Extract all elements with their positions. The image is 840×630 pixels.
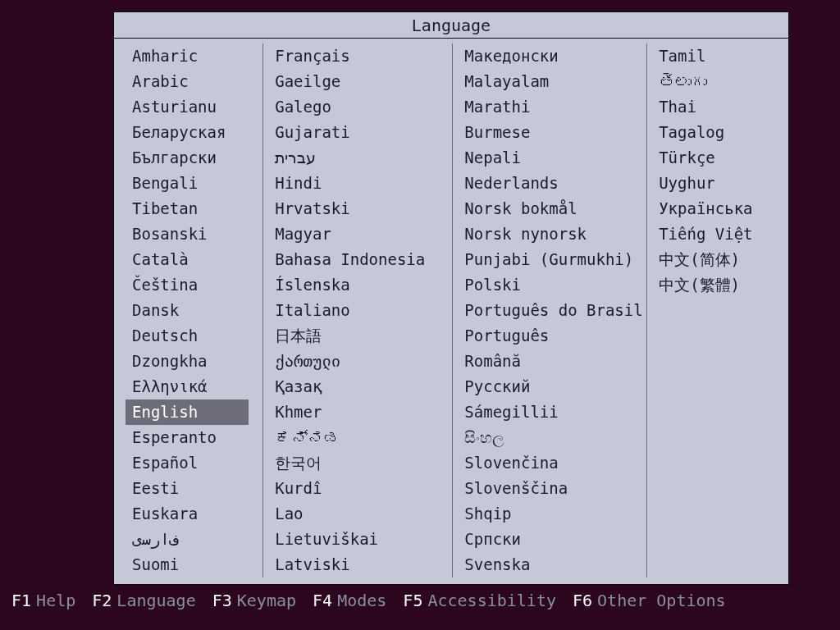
language-option[interactable]: Dzongkha: [129, 349, 262, 374]
language-option[interactable]: Hindi: [272, 171, 452, 196]
language-option[interactable]: ქართული: [272, 349, 452, 374]
language-option[interactable]: עברית: [272, 145, 452, 171]
fkey-f6[interactable]: F6Other Options: [573, 591, 726, 610]
function-key-bar: F1HelpF2LanguageF3KeymapF4ModesF5Accessi…: [11, 591, 829, 610]
language-option[interactable]: Tamil: [655, 43, 780, 69]
language-option[interactable]: Lao: [272, 501, 452, 527]
language-option[interactable]: ﻑﺍﺭﺳی: [129, 527, 262, 552]
language-option[interactable]: Suomi: [129, 552, 262, 578]
language-option[interactable]: Русский: [461, 374, 646, 399]
language-option[interactable]: Uyghur: [655, 171, 780, 196]
fkey-label: Other Options: [597, 591, 726, 610]
language-option[interactable]: Bengali: [129, 171, 262, 196]
language-column-2: FrançaisGaeilgeGalegoGujaratiעבריתHindiH…: [263, 43, 453, 578]
language-option[interactable]: Kurdî: [272, 476, 452, 501]
fkey-key: F6: [573, 591, 592, 610]
language-option[interactable]: Bahasa Indonesia: [272, 247, 452, 272]
language-option[interactable]: Malayalam: [461, 69, 646, 94]
language-option[interactable]: Français: [272, 43, 452, 69]
language-option[interactable]: Íslenska: [272, 272, 452, 298]
language-option[interactable]: Polski: [461, 272, 646, 298]
language-option[interactable]: 日本語: [272, 323, 452, 349]
language-option[interactable]: Gujarati: [272, 120, 452, 145]
language-option[interactable]: Tagalog: [655, 120, 780, 145]
language-option[interactable]: Српски: [461, 527, 646, 552]
language-option[interactable]: Burmese: [461, 120, 646, 145]
fkey-f3[interactable]: F3Keymap: [212, 591, 296, 610]
language-column-3: МакедонскиMalayalamMarathiBurmeseNepaliN…: [453, 43, 647, 578]
language-option[interactable]: Sámegillii: [461, 399, 646, 425]
fkey-label: Help: [36, 591, 75, 610]
fkey-f1[interactable]: F1Help: [11, 591, 75, 610]
fkey-f4[interactable]: F4Modes: [313, 591, 386, 610]
language-option[interactable]: Tiếng Việt: [655, 221, 780, 247]
language-option[interactable]: සිංහල: [461, 425, 646, 450]
language-option[interactable]: Euskara: [129, 501, 262, 527]
language-option[interactable]: Latviski: [272, 552, 452, 578]
language-option[interactable]: Nederlands: [461, 171, 646, 196]
fkey-label: Modes: [337, 591, 386, 610]
language-column-4: TamilతెలుగుThaiTagalogTürkçeUyghurУкраїн…: [647, 43, 780, 298]
language-option[interactable]: Esperanto: [129, 425, 262, 450]
language-option[interactable]: Беларуская: [129, 120, 262, 145]
language-option[interactable]: Khmer: [272, 399, 452, 425]
fkey-key: F2: [92, 591, 112, 610]
language-option[interactable]: Hrvatski: [272, 196, 452, 221]
language-option[interactable]: Català: [129, 247, 262, 272]
fkey-key: F1: [11, 591, 31, 610]
language-option[interactable]: Deutsch: [129, 323, 262, 349]
language-option[interactable]: Română: [461, 349, 646, 374]
language-option[interactable]: Български: [129, 145, 262, 171]
language-option[interactable]: 中文(简体): [655, 247, 780, 272]
language-option[interactable]: Italiano: [272, 298, 452, 323]
fkey-key: F3: [212, 591, 232, 610]
fkey-label: Accessibility: [427, 591, 556, 610]
language-option[interactable]: Slovenščina: [461, 476, 646, 501]
fkey-key: F4: [313, 591, 332, 610]
language-option[interactable]: Dansk: [129, 298, 262, 323]
language-option[interactable]: Arabic: [129, 69, 262, 94]
fkey-f2[interactable]: F2Language: [92, 591, 195, 610]
fkey-label: Language: [116, 591, 195, 610]
language-option[interactable]: Português: [461, 323, 646, 349]
language-option[interactable]: Türkçe: [655, 145, 780, 171]
language-option[interactable]: Bosanski: [129, 221, 262, 247]
fkey-key: F5: [403, 591, 422, 610]
language-option[interactable]: Eesti: [129, 476, 262, 501]
language-option[interactable]: Čeština: [129, 272, 262, 298]
language-option[interactable]: Thai: [655, 94, 780, 120]
language-option[interactable]: Қазақ: [272, 374, 452, 399]
language-option[interactable]: English: [126, 399, 249, 425]
language-option[interactable]: Marathi: [461, 94, 646, 120]
language-option[interactable]: Português do Brasil: [461, 298, 646, 323]
language-option[interactable]: Shqip: [461, 501, 646, 527]
language-option[interactable]: Amharic: [129, 43, 262, 69]
language-option[interactable]: 中文(繁體): [655, 272, 780, 298]
language-option[interactable]: Galego: [272, 94, 452, 120]
language-option[interactable]: Українська: [655, 196, 780, 221]
language-option[interactable]: Asturianu: [129, 94, 262, 120]
language-option[interactable]: 한국어: [272, 450, 452, 476]
language-option[interactable]: Svenska: [461, 552, 646, 578]
language-option[interactable]: Lietuviškai: [272, 527, 452, 552]
language-option[interactable]: Nepali: [461, 145, 646, 171]
language-columns: AmharicArabicAsturianuБеларускаяБългарск…: [114, 39, 788, 584]
language-option[interactable]: Magyar: [272, 221, 452, 247]
language-option[interactable]: Norsk nynorsk: [461, 221, 646, 247]
language-option[interactable]: Македонски: [461, 43, 646, 69]
language-option[interactable]: ಕನ್ನಡ: [272, 425, 452, 450]
language-option[interactable]: Punjabi (Gurmukhi): [461, 247, 646, 272]
language-option[interactable]: Gaeilge: [272, 69, 452, 94]
language-option[interactable]: Ελληνικά: [129, 374, 262, 399]
language-option[interactable]: తెలుగు: [655, 69, 780, 94]
language-selection-panel: Language AmharicArabicAsturianuБеларуска…: [113, 11, 789, 585]
language-option[interactable]: Tibetan: [129, 196, 262, 221]
fkey-f5[interactable]: F5Accessibility: [403, 591, 556, 610]
language-option[interactable]: Español: [129, 450, 262, 476]
panel-title: Language: [114, 12, 788, 39]
language-option[interactable]: Slovenčina: [461, 450, 646, 476]
language-column-1: AmharicArabicAsturianuБеларускаяБългарск…: [129, 43, 263, 578]
fkey-label: Keymap: [237, 591, 296, 610]
language-option[interactable]: Norsk bokmål: [461, 196, 646, 221]
